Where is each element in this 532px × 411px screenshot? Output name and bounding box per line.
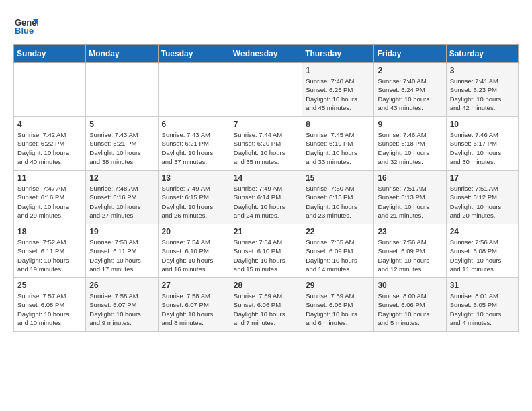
day-number: 26 bbox=[89, 281, 154, 290]
day-number: 9 bbox=[378, 120, 442, 129]
calendar-header-row: SundayMondayTuesdayWednesdayThursdayFrid… bbox=[14, 45, 519, 63]
day-info: Sunrise: 7:57 AMSunset: 6:08 PMDaylight:… bbox=[17, 291, 82, 327]
day-number: 18 bbox=[17, 227, 82, 236]
calendar-cell: 5Sunrise: 7:43 AMSunset: 6:21 PMDaylight… bbox=[86, 117, 158, 171]
page-header: General Blue bbox=[13, 13, 519, 38]
calendar-cell: 19Sunrise: 7:53 AMSunset: 6:11 PMDayligh… bbox=[86, 224, 158, 278]
calendar-cell bbox=[158, 63, 230, 117]
calendar-cell: 24Sunrise: 7:56 AMSunset: 6:08 PMDayligh… bbox=[446, 224, 518, 278]
calendar-cell: 11Sunrise: 7:47 AMSunset: 6:16 PMDayligh… bbox=[14, 171, 86, 224]
calendar-cell: 7Sunrise: 7:44 AMSunset: 6:20 PMDaylight… bbox=[230, 117, 302, 171]
day-info: Sunrise: 7:56 AMSunset: 6:09 PMDaylight:… bbox=[378, 238, 442, 273]
calendar-cell: 31Sunrise: 8:01 AMSunset: 6:05 PMDayligh… bbox=[446, 278, 518, 332]
day-number: 27 bbox=[162, 281, 226, 290]
day-number: 30 bbox=[378, 281, 442, 290]
day-info: Sunrise: 7:59 AMSunset: 6:06 PMDaylight:… bbox=[306, 291, 370, 327]
day-info: Sunrise: 7:49 AMSunset: 6:14 PMDaylight:… bbox=[234, 184, 298, 220]
day-info: Sunrise: 7:43 AMSunset: 6:21 PMDaylight:… bbox=[89, 130, 154, 166]
day-info: Sunrise: 7:54 AMSunset: 6:10 PMDaylight:… bbox=[234, 238, 298, 273]
calendar-week-row: 25Sunrise: 7:57 AMSunset: 6:08 PMDayligh… bbox=[14, 278, 519, 332]
day-info: Sunrise: 7:59 AMSunset: 6:06 PMDaylight:… bbox=[234, 291, 298, 327]
day-number: 7 bbox=[234, 120, 298, 129]
day-info: Sunrise: 7:49 AMSunset: 6:15 PMDaylight:… bbox=[162, 184, 226, 220]
weekday-header: Tuesday bbox=[158, 45, 230, 63]
day-info: Sunrise: 7:44 AMSunset: 6:20 PMDaylight:… bbox=[234, 130, 298, 166]
calendar-week-row: 1Sunrise: 7:40 AMSunset: 6:25 PMDaylight… bbox=[14, 63, 519, 117]
day-info: Sunrise: 7:58 AMSunset: 6:07 PMDaylight:… bbox=[89, 291, 154, 327]
day-info: Sunrise: 7:45 AMSunset: 6:19 PMDaylight:… bbox=[306, 130, 370, 166]
day-number: 31 bbox=[450, 281, 515, 290]
day-info: Sunrise: 7:42 AMSunset: 6:22 PMDaylight:… bbox=[17, 130, 82, 166]
day-number: 16 bbox=[378, 173, 442, 183]
day-number: 4 bbox=[17, 120, 82, 129]
day-number: 12 bbox=[89, 173, 154, 183]
day-info: Sunrise: 7:53 AMSunset: 6:11 PMDaylight:… bbox=[89, 238, 154, 273]
calendar-cell: 30Sunrise: 8:00 AMSunset: 6:06 PMDayligh… bbox=[374, 278, 446, 332]
calendar-cell: 26Sunrise: 7:58 AMSunset: 6:07 PMDayligh… bbox=[86, 278, 158, 332]
calendar-cell bbox=[230, 63, 302, 117]
calendar-cell: 3Sunrise: 7:41 AMSunset: 6:23 PMDaylight… bbox=[446, 63, 518, 117]
calendar-cell: 28Sunrise: 7:59 AMSunset: 6:06 PMDayligh… bbox=[230, 278, 302, 332]
calendar-cell: 14Sunrise: 7:49 AMSunset: 6:14 PMDayligh… bbox=[230, 171, 302, 224]
calendar-cell: 9Sunrise: 7:46 AMSunset: 6:18 PMDaylight… bbox=[374, 117, 446, 171]
day-number: 1 bbox=[306, 66, 370, 75]
day-number: 6 bbox=[162, 120, 226, 129]
day-info: Sunrise: 7:43 AMSunset: 6:21 PMDaylight:… bbox=[162, 130, 226, 166]
calendar-cell: 27Sunrise: 7:58 AMSunset: 6:07 PMDayligh… bbox=[158, 278, 230, 332]
day-info: Sunrise: 8:00 AMSunset: 6:06 PMDaylight:… bbox=[378, 291, 442, 327]
calendar-cell bbox=[14, 63, 86, 117]
day-info: Sunrise: 7:56 AMSunset: 6:08 PMDaylight:… bbox=[450, 238, 515, 273]
day-info: Sunrise: 7:46 AMSunset: 6:18 PMDaylight:… bbox=[378, 130, 442, 166]
day-info: Sunrise: 7:50 AMSunset: 6:13 PMDaylight:… bbox=[306, 184, 370, 220]
day-info: Sunrise: 7:52 AMSunset: 6:11 PMDaylight:… bbox=[17, 238, 82, 273]
calendar-cell: 18Sunrise: 7:52 AMSunset: 6:11 PMDayligh… bbox=[14, 224, 86, 278]
day-number: 19 bbox=[89, 227, 154, 236]
calendar-cell: 1Sunrise: 7:40 AMSunset: 6:25 PMDaylight… bbox=[302, 63, 374, 117]
calendar-cell: 6Sunrise: 7:43 AMSunset: 6:21 PMDaylight… bbox=[158, 117, 230, 171]
weekday-header: Sunday bbox=[14, 45, 86, 63]
calendar-cell: 23Sunrise: 7:56 AMSunset: 6:09 PMDayligh… bbox=[374, 224, 446, 278]
day-number: 28 bbox=[234, 281, 298, 290]
weekday-header: Wednesday bbox=[230, 45, 302, 63]
day-info: Sunrise: 8:01 AMSunset: 6:05 PMDaylight:… bbox=[450, 291, 515, 327]
day-number: 14 bbox=[234, 173, 298, 183]
day-info: Sunrise: 7:54 AMSunset: 6:10 PMDaylight:… bbox=[162, 238, 226, 273]
calendar-cell: 15Sunrise: 7:50 AMSunset: 6:13 PMDayligh… bbox=[302, 171, 374, 224]
day-number: 22 bbox=[306, 227, 370, 236]
day-number: 13 bbox=[162, 173, 226, 183]
day-info: Sunrise: 7:40 AMSunset: 6:25 PMDaylight:… bbox=[306, 77, 370, 112]
calendar-body: 1Sunrise: 7:40 AMSunset: 6:25 PMDaylight… bbox=[14, 63, 519, 332]
calendar-week-row: 18Sunrise: 7:52 AMSunset: 6:11 PMDayligh… bbox=[14, 224, 519, 278]
calendar-cell: 25Sunrise: 7:57 AMSunset: 6:08 PMDayligh… bbox=[14, 278, 86, 332]
calendar-cell: 10Sunrise: 7:46 AMSunset: 6:17 PMDayligh… bbox=[446, 117, 518, 171]
day-info: Sunrise: 7:51 AMSunset: 6:12 PMDaylight:… bbox=[450, 184, 515, 220]
day-info: Sunrise: 7:48 AMSunset: 6:16 PMDaylight:… bbox=[89, 184, 154, 220]
day-info: Sunrise: 7:40 AMSunset: 6:24 PMDaylight:… bbox=[378, 77, 442, 112]
day-info: Sunrise: 7:41 AMSunset: 6:23 PMDaylight:… bbox=[450, 77, 515, 112]
day-info: Sunrise: 7:55 AMSunset: 6:09 PMDaylight:… bbox=[306, 238, 370, 273]
calendar-cell: 12Sunrise: 7:48 AMSunset: 6:16 PMDayligh… bbox=[86, 171, 158, 224]
day-number: 3 bbox=[450, 66, 515, 75]
calendar-cell: 2Sunrise: 7:40 AMSunset: 6:24 PMDaylight… bbox=[374, 63, 446, 117]
weekday-header: Thursday bbox=[302, 45, 374, 63]
day-number: 20 bbox=[162, 227, 226, 236]
svg-text:Blue: Blue bbox=[15, 26, 34, 36]
day-number: 24 bbox=[450, 227, 515, 236]
calendar-cell: 29Sunrise: 7:59 AMSunset: 6:06 PMDayligh… bbox=[302, 278, 374, 332]
day-info: Sunrise: 7:51 AMSunset: 6:13 PMDaylight:… bbox=[378, 184, 442, 220]
calendar-cell: 20Sunrise: 7:54 AMSunset: 6:10 PMDayligh… bbox=[158, 224, 230, 278]
weekday-header: Monday bbox=[86, 45, 158, 63]
calendar-cell: 22Sunrise: 7:55 AMSunset: 6:09 PMDayligh… bbox=[302, 224, 374, 278]
weekday-header: Friday bbox=[374, 45, 446, 63]
day-number: 10 bbox=[450, 120, 515, 129]
logo-icon: General Blue bbox=[13, 13, 38, 38]
calendar-cell: 16Sunrise: 7:51 AMSunset: 6:13 PMDayligh… bbox=[374, 171, 446, 224]
day-number: 2 bbox=[378, 66, 442, 75]
day-number: 11 bbox=[17, 173, 82, 183]
day-number: 8 bbox=[306, 120, 370, 129]
calendar-week-row: 11Sunrise: 7:47 AMSunset: 6:16 PMDayligh… bbox=[14, 171, 519, 224]
day-info: Sunrise: 7:58 AMSunset: 6:07 PMDaylight:… bbox=[162, 291, 226, 327]
calendar-cell: 8Sunrise: 7:45 AMSunset: 6:19 PMDaylight… bbox=[302, 117, 374, 171]
day-number: 5 bbox=[89, 120, 154, 129]
weekday-header: Saturday bbox=[446, 45, 518, 63]
